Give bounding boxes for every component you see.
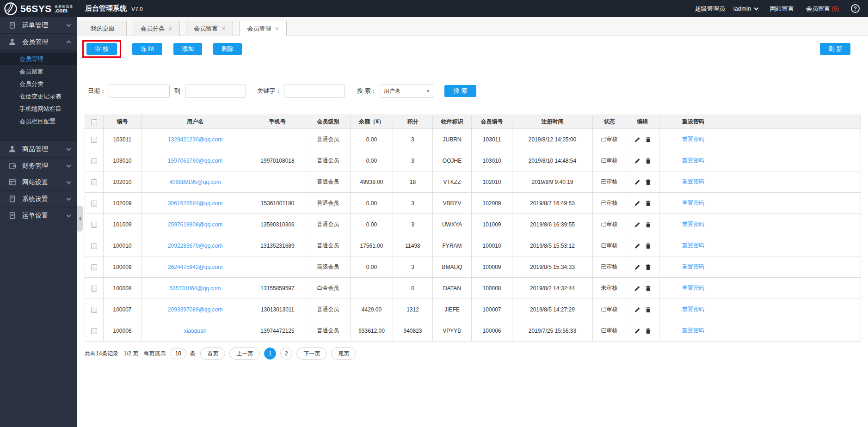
- username-link[interactable]: xiaoquan: [184, 328, 207, 334]
- next-page-button[interactable]: 下一页: [296, 348, 327, 360]
- pencil-icon[interactable]: [634, 200, 640, 207]
- row-checkbox[interactable]: [91, 243, 97, 249]
- sidebar-subitem[interactable]: 手机端网站栏目: [0, 103, 77, 115]
- audit-button[interactable]: 审 核: [86, 43, 117, 55]
- reset-password-link[interactable]: 重置密码: [682, 306, 704, 312]
- date-to-input[interactable]: [185, 85, 246, 98]
- tab-0[interactable]: 我的桌面: [79, 21, 127, 36]
- member-messages-link[interactable]: 会员留言(5): [806, 5, 839, 13]
- cell-balance: 49938.00: [351, 171, 393, 193]
- date-from-input[interactable]: [109, 85, 170, 98]
- trash-icon[interactable]: [645, 285, 651, 292]
- sidebar-subitem[interactable]: 仓位变更记录表: [0, 90, 77, 103]
- reset-password-link[interactable]: 重置密码: [682, 242, 704, 249]
- pencil-icon[interactable]: [634, 178, 640, 185]
- username-link[interactable]: 1329421230@qq.com: [168, 136, 222, 143]
- reset-password-link[interactable]: 重置密码: [682, 285, 704, 291]
- trash-icon[interactable]: [645, 136, 651, 143]
- row-checkbox[interactable]: [91, 222, 97, 228]
- username-link[interactable]: 1597063760@qq.com: [168, 158, 222, 164]
- trash-icon[interactable]: [645, 157, 651, 164]
- sidebar-item-4[interactable]: 网站设置: [0, 174, 77, 191]
- reset-password-link[interactable]: 重置密码: [682, 200, 704, 206]
- sidebar-item-2[interactable]: 商品管理: [0, 141, 77, 158]
- tab-1[interactable]: 会员分类×: [133, 21, 180, 36]
- prev-page-button[interactable]: 上一页: [229, 348, 260, 360]
- cell-phone: 13155859597: [249, 278, 306, 299]
- row-checkbox[interactable]: [91, 179, 97, 185]
- close-icon[interactable]: ×: [222, 25, 225, 32]
- add-button[interactable]: 添加: [173, 43, 202, 55]
- refresh-button[interactable]: 刷 新: [820, 43, 850, 55]
- pencil-icon[interactable]: [634, 221, 640, 228]
- keyword-input[interactable]: [284, 85, 345, 98]
- username-link[interactable]: 2093397089@qq.com: [168, 306, 222, 313]
- cell-phone: 13013013011: [249, 299, 306, 320]
- freeze-button[interactable]: 冻 结: [132, 43, 163, 55]
- sidebar-subitem[interactable]: 会员栏目配置: [0, 115, 77, 128]
- site-messages-link[interactable]: 网站留言: [770, 5, 794, 13]
- row-checkbox[interactable]: [91, 307, 97, 313]
- trash-icon[interactable]: [645, 327, 651, 334]
- username-link[interactable]: 3061628584@qq.com: [168, 200, 222, 207]
- row-checkbox[interactable]: [91, 201, 97, 207]
- reset-password-link[interactable]: 重置密码: [682, 221, 704, 227]
- trash-icon[interactable]: [645, 178, 651, 185]
- reset-password-link[interactable]: 重置密码: [682, 178, 704, 185]
- trash-icon[interactable]: [645, 221, 651, 228]
- row-checkbox[interactable]: [91, 328, 97, 334]
- tab-3[interactable]: 会员管理×: [239, 21, 286, 36]
- trash-icon[interactable]: [645, 263, 651, 270]
- search-button[interactable]: 搜 索: [444, 85, 477, 97]
- sidebar-item-3[interactable]: 财务管理: [0, 158, 77, 174]
- sidebar-item-1[interactable]: 会员管理: [0, 34, 77, 50]
- select-all-checkbox[interactable]: [91, 119, 97, 125]
- cell-member-no: 102009: [472, 193, 512, 214]
- pencil-icon[interactable]: [634, 285, 640, 292]
- close-icon[interactable]: ×: [275, 25, 278, 32]
- username-link[interactable]: 2624475942@qq.com: [168, 264, 222, 270]
- pencil-icon[interactable]: [634, 136, 640, 143]
- sidebar-subitem[interactable]: 会员管理: [0, 53, 77, 65]
- cell-reg-time: 2019/8/5 15:34:33: [512, 256, 593, 278]
- username-link[interactable]: 535731064@qq.com: [169, 285, 221, 292]
- row-checkbox[interactable]: [91, 137, 97, 143]
- pencil-icon[interactable]: [634, 263, 640, 270]
- username-link[interactable]: 2597618808@qq.com: [168, 221, 222, 228]
- cell-level: 高级会员: [306, 256, 351, 278]
- row-checkbox[interactable]: [91, 286, 97, 292]
- row-checkbox[interactable]: [91, 264, 97, 270]
- sidebar-item-0[interactable]: 运单管理: [0, 17, 77, 34]
- pencil-icon[interactable]: [634, 157, 640, 164]
- trash-icon[interactable]: [645, 200, 651, 207]
- reset-password-link[interactable]: 重置密码: [682, 136, 704, 142]
- sidebar-collapse-handle[interactable]: [77, 206, 83, 232]
- help-icon[interactable]: ?: [851, 4, 860, 13]
- last-page-button[interactable]: 尾页: [331, 348, 356, 360]
- sidebar-subitem[interactable]: 会员分类: [0, 78, 77, 90]
- close-icon[interactable]: ×: [168, 25, 172, 32]
- page-number-button[interactable]: 1: [264, 348, 276, 360]
- reset-password-link[interactable]: 重置密码: [682, 327, 704, 334]
- pencil-icon[interactable]: [634, 327, 640, 334]
- reset-password-link[interactable]: 重置密码: [682, 157, 704, 164]
- pencil-icon[interactable]: [634, 242, 640, 249]
- trash-icon[interactable]: [645, 242, 651, 249]
- page-number-button[interactable]: 2: [280, 348, 292, 360]
- sidebar-item-5[interactable]: 系统设置: [0, 191, 77, 207]
- delete-button[interactable]: 删除: [213, 43, 242, 55]
- per-page-input[interactable]: [171, 348, 185, 359]
- pencil-icon[interactable]: [634, 306, 640, 313]
- row-checkbox[interactable]: [91, 158, 97, 164]
- user-menu[interactable]: iadmin: [733, 5, 758, 12]
- sidebar-subitem[interactable]: 会员留言: [0, 65, 77, 78]
- reset-password-link[interactable]: 重置密码: [682, 263, 704, 270]
- tab-2[interactable]: 会员留言×: [186, 21, 233, 36]
- wallet-icon: [8, 162, 16, 170]
- search-type-select[interactable]: 用户名 ▼: [380, 85, 434, 98]
- first-page-button[interactable]: 首页: [200, 348, 225, 360]
- trash-icon[interactable]: [645, 306, 651, 313]
- sidebar-item-6[interactable]: 运单设置: [0, 207, 77, 224]
- username-link[interactable]: 2092283679@qq.com: [168, 243, 222, 249]
- username-link[interactable]: 409889195@qq.com: [169, 179, 221, 185]
